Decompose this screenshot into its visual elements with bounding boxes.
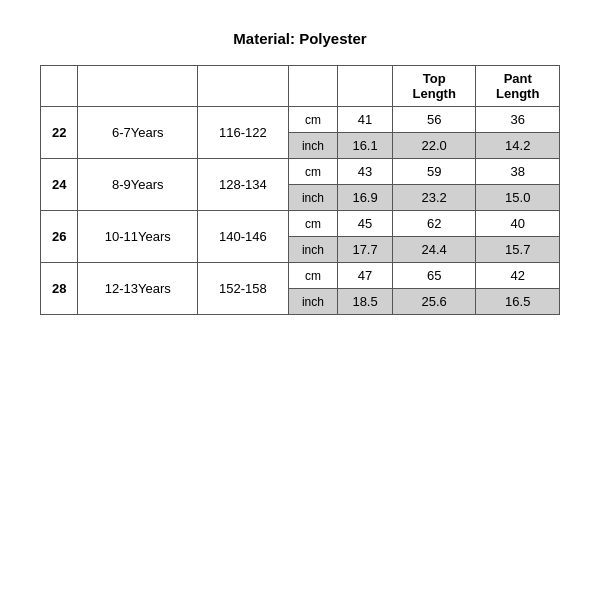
eu-size-cell: 128-134 bbox=[198, 159, 289, 211]
pant-length-cm-cell: 38 bbox=[476, 159, 560, 185]
top-length-cm-cell: 56 bbox=[392, 107, 476, 133]
bust-inch-cell: 16.9 bbox=[338, 185, 393, 211]
col-age-advice bbox=[78, 66, 198, 107]
tag-size-cell: 24 bbox=[41, 159, 78, 211]
pant-length-inch-cell: 16.5 bbox=[476, 289, 560, 315]
unit-cm-cell: cm bbox=[288, 263, 338, 289]
tag-size-cell: 28 bbox=[41, 263, 78, 315]
top-length-cm-cell: 62 bbox=[392, 211, 476, 237]
unit-inch-cell: inch bbox=[288, 185, 338, 211]
top-length-cm-cell: 59 bbox=[392, 159, 476, 185]
table-header-row: TopLength PantLength bbox=[41, 66, 560, 107]
col-eu-size bbox=[198, 66, 289, 107]
bust-inch-cell: 17.7 bbox=[338, 237, 393, 263]
tag-size-cell: 26 bbox=[41, 211, 78, 263]
pant-length-cm-cell: 42 bbox=[476, 263, 560, 289]
bust-cm-cell: 45 bbox=[338, 211, 393, 237]
eu-size-cell: 140-146 bbox=[198, 211, 289, 263]
pant-length-inch-cell: 15.7 bbox=[476, 237, 560, 263]
pant-length-inch-cell: 14.2 bbox=[476, 133, 560, 159]
unit-cm-cell: cm bbox=[288, 211, 338, 237]
top-length-inch-cell: 25.6 bbox=[392, 289, 476, 315]
age-advice-cell: 8-9Years bbox=[78, 159, 198, 211]
top-length-inch-cell: 23.2 bbox=[392, 185, 476, 211]
table-row: 2812-13Years152-158cm476542 bbox=[41, 263, 560, 289]
size-table: TopLength PantLength 226-7Years116-122cm… bbox=[40, 65, 560, 315]
bust-cm-cell: 43 bbox=[338, 159, 393, 185]
col-top-length: TopLength bbox=[392, 66, 476, 107]
age-advice-cell: 12-13Years bbox=[78, 263, 198, 315]
pant-length-cm-cell: 36 bbox=[476, 107, 560, 133]
table-row: 248-9Years128-134cm435938 bbox=[41, 159, 560, 185]
pant-length-inch-cell: 15.0 bbox=[476, 185, 560, 211]
tag-size-cell: 22 bbox=[41, 107, 78, 159]
unit-cm-cell: cm bbox=[288, 159, 338, 185]
bust-inch-cell: 18.5 bbox=[338, 289, 393, 315]
unit-inch-cell: inch bbox=[288, 237, 338, 263]
bust-cm-cell: 41 bbox=[338, 107, 393, 133]
col-bust bbox=[338, 66, 393, 107]
unit-inch-cell: inch bbox=[288, 133, 338, 159]
pant-length-cm-cell: 40 bbox=[476, 211, 560, 237]
eu-size-cell: 116-122 bbox=[198, 107, 289, 159]
table-row: 226-7Years116-122cm415636 bbox=[41, 107, 560, 133]
top-length-inch-cell: 24.4 bbox=[392, 237, 476, 263]
col-unit bbox=[288, 66, 338, 107]
age-advice-cell: 10-11Years bbox=[78, 211, 198, 263]
table-row: 2610-11Years140-146cm456240 bbox=[41, 211, 560, 237]
top-length-cm-cell: 65 bbox=[392, 263, 476, 289]
col-tag-size bbox=[41, 66, 78, 107]
page-title: Material: Polyester bbox=[233, 30, 366, 47]
unit-cm-cell: cm bbox=[288, 107, 338, 133]
top-length-inch-cell: 22.0 bbox=[392, 133, 476, 159]
unit-inch-cell: inch bbox=[288, 289, 338, 315]
col-pant-length: PantLength bbox=[476, 66, 560, 107]
age-advice-cell: 6-7Years bbox=[78, 107, 198, 159]
bust-cm-cell: 47 bbox=[338, 263, 393, 289]
eu-size-cell: 152-158 bbox=[198, 263, 289, 315]
bust-inch-cell: 16.1 bbox=[338, 133, 393, 159]
